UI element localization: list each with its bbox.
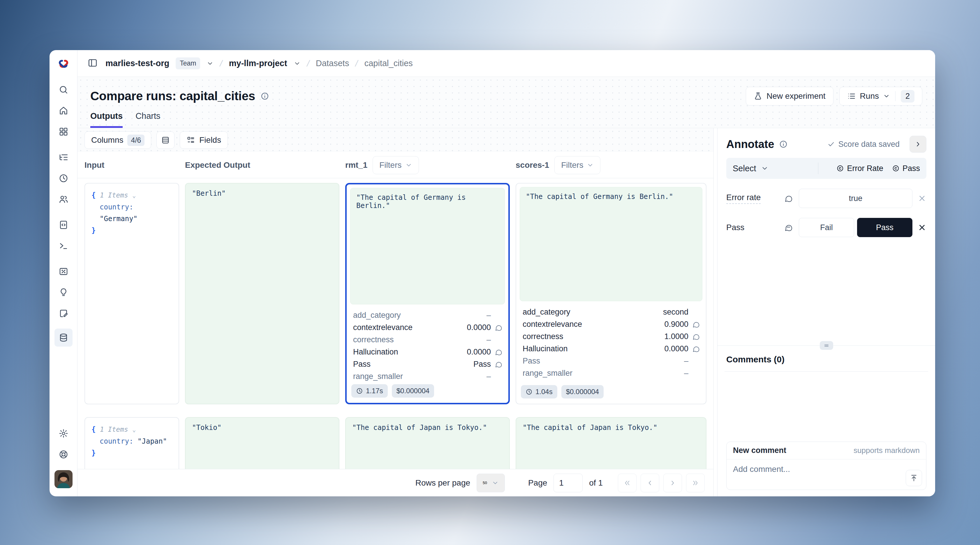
tab-charts[interactable]: Charts <box>135 111 160 128</box>
prev-page-button[interactable] <box>641 473 659 492</box>
fields-icon <box>186 136 195 145</box>
prompts-file-icon[interactable] <box>58 219 69 231</box>
new-comment-label: New comment <box>733 446 786 455</box>
error-rate-value-input[interactable] <box>799 189 912 208</box>
dashboards-icon[interactable] <box>58 126 69 138</box>
column-header-run2: scores-1 Filters <box>515 156 706 174</box>
clear-score-icon[interactable] <box>918 223 926 232</box>
cost-chip: $0.000004 <box>562 385 604 399</box>
breadcrumb-separator: / <box>355 59 359 68</box>
playground-terminal-icon[interactable] <box>58 240 69 252</box>
breadcrumb: marlies-test-org Team / my-llm-project /… <box>78 50 935 77</box>
score-name-label: Pass <box>726 223 774 232</box>
latency-chip: 1.04s <box>521 385 557 399</box>
breadcrumb-datasets[interactable]: Datasets <box>316 59 349 68</box>
rows-per-page-select[interactable]: 50 <box>477 473 505 492</box>
annotation-queues-icon[interactable] <box>58 308 69 319</box>
comment-bubble-icon[interactable] <box>491 360 503 368</box>
fail-button[interactable]: Fail <box>799 218 854 237</box>
insights-bulb-icon[interactable] <box>58 287 69 298</box>
next-page-button[interactable] <box>663 473 682 492</box>
run2-output-cell[interactable]: "The capital of Germany is Berlin." add_… <box>515 183 706 404</box>
drag-handle[interactable] <box>820 341 833 350</box>
collapse-panel-button[interactable] <box>910 136 926 153</box>
run2-output-cell[interactable]: "The capital of Japan is Tokyo." <box>515 417 706 469</box>
sidebar <box>49 50 78 496</box>
check-icon <box>827 140 835 148</box>
page-number-input[interactable] <box>554 473 583 492</box>
tracing-icon[interactable] <box>58 151 69 163</box>
comment-bubble-icon[interactable] <box>491 324 503 332</box>
comment-bubble-icon[interactable] <box>688 333 700 340</box>
support-lifebuoy-icon[interactable] <box>58 448 69 460</box>
chevron-down-icon <box>761 165 768 172</box>
breadcrumb-dataset-name[interactable]: capital_cities <box>364 59 413 68</box>
table-row: { 1 Items ⌄ country: "Germany" } "Berlin… <box>84 183 706 404</box>
breadcrumb-project[interactable]: my-llm-project <box>229 59 287 68</box>
double-chevron-right-icon <box>692 479 699 487</box>
compare-table: Columns 4/6 Fields Input Expected Output <box>78 128 714 496</box>
user-avatar[interactable] <box>54 470 73 488</box>
last-page-button[interactable] <box>686 473 705 492</box>
chevron-down-icon[interactable] <box>207 60 213 67</box>
submit-comment-button[interactable] <box>906 470 922 486</box>
score-saved-status: Score data saved <box>827 140 900 149</box>
info-icon[interactable] <box>779 140 788 149</box>
org-logo-icon[interactable] <box>57 58 70 71</box>
json-collapse-icon[interactable]: ⌄ <box>132 426 136 433</box>
home-icon[interactable] <box>58 105 69 116</box>
runs-button[interactable]: Runs 2 <box>839 87 922 105</box>
datasets-database-icon[interactable] <box>54 329 73 346</box>
info-icon[interactable] <box>261 92 269 100</box>
expected-output-cell[interactable]: "Tokio" <box>185 417 339 469</box>
rows-icon <box>161 136 170 145</box>
expected-output-cell[interactable]: "Berlin" <box>185 183 339 404</box>
columns-button[interactable]: Columns 4/6 <box>84 131 151 149</box>
users-icon[interactable] <box>58 194 69 205</box>
run1-output-cell-selected[interactable]: "The capital of Germany is Berlin." add_… <box>345 183 510 404</box>
score-select-dropdown[interactable]: Select <box>733 164 768 173</box>
sessions-clock-icon[interactable] <box>58 172 69 184</box>
fields-button[interactable]: Fields <box>180 131 228 149</box>
chevron-right-icon <box>669 479 676 487</box>
comment-bubble-icon[interactable] <box>491 348 503 356</box>
cost-chip: $0.000004 <box>392 384 434 397</box>
comment-bubble-icon[interactable] <box>688 345 700 353</box>
comment-input[interactable]: Add comment... <box>733 465 790 473</box>
chevron-right-icon <box>914 140 922 148</box>
chevron-down-icon <box>405 162 412 168</box>
page-label: Page <box>528 478 547 488</box>
json-collapse-icon[interactable]: ⌄ <box>132 192 136 199</box>
row-height-button[interactable] <box>156 131 175 149</box>
pass-button[interactable]: Pass <box>857 218 912 237</box>
chevron-left-icon <box>646 479 654 487</box>
run1-filters-button[interactable]: Filters <box>372 156 418 174</box>
app-window: marlies-test-org Team / my-llm-project /… <box>49 50 935 496</box>
breadcrumb-org[interactable]: marlies-test-org <box>105 59 169 68</box>
score-chip-error-rate[interactable]: Error Rate <box>836 164 883 173</box>
score-list: add_category– contextrelevance0.0000 cor… <box>350 304 505 381</box>
tab-outputs[interactable]: Outputs <box>90 111 123 128</box>
input-cell[interactable]: { 1 Items ⌄ country: "Japan" } <box>84 417 179 469</box>
breadcrumb-separator: / <box>219 59 224 68</box>
run1-output-cell[interactable]: "The capital of Japan is Tokyo." <box>345 417 510 469</box>
clear-score-icon[interactable] <box>918 194 926 203</box>
run2-filters-button[interactable]: Filters <box>554 156 600 174</box>
new-experiment-button[interactable]: New experiment <box>746 87 833 105</box>
scores-icon[interactable] <box>58 266 69 277</box>
search-icon[interactable] <box>58 84 69 95</box>
annotate-panel: Annotate Score data saved Select <box>717 128 935 496</box>
sidebar-toggle-icon[interactable] <box>88 58 99 69</box>
comment-bubble-icon[interactable] <box>784 194 793 203</box>
input-cell[interactable]: { 1 Items ⌄ country: "Germany" } <box>84 183 179 404</box>
settings-gear-icon[interactable] <box>58 427 69 439</box>
columns-count-badge: 4/6 <box>127 135 145 146</box>
rows-per-page-label: Rows per page <box>415 478 470 488</box>
score-chip-pass[interactable]: Pass <box>892 164 920 173</box>
score-type-icon <box>892 165 900 172</box>
score-config-bar: Select Error Rate Pass <box>726 158 926 179</box>
first-page-button[interactable] <box>618 473 636 492</box>
comment-bubble-dots-icon[interactable] <box>784 223 793 232</box>
comment-bubble-icon[interactable] <box>688 320 700 328</box>
chevron-down-icon[interactable] <box>294 60 301 67</box>
